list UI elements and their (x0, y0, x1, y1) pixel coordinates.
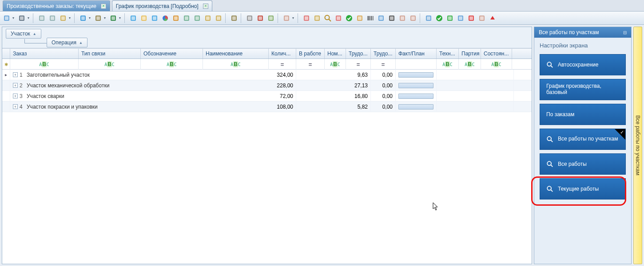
toolbar-hammer-button[interactable] (408, 13, 418, 23)
toolbar-binoc-button[interactable] (387, 13, 397, 23)
toolbar-box-button[interactable] (355, 13, 365, 23)
toolbar-refresh-button[interactable] (78, 13, 88, 23)
filter-cell[interactable]: ABC (141, 59, 203, 70)
toolbar-goto-button[interactable] (150, 13, 159, 23)
toolbar-cal2-button[interactable] (334, 13, 343, 23)
toolbar-book-button[interactable] (214, 13, 223, 23)
toolbar-grid2-button[interactable] (192, 13, 202, 23)
table-row[interactable]: ▸+1Заготовительный участок (2, 70, 532, 80)
table-row[interactable]: +2Участок механической обработки (2, 80, 532, 91)
filter-cell[interactable]: ABC (459, 59, 481, 70)
filter-cell[interactable]: ABC (325, 59, 346, 70)
toolbar-funnel-button[interactable] (245, 13, 254, 23)
toolbar-check-green-button[interactable] (344, 13, 354, 23)
expand-icon[interactable]: + (13, 94, 18, 98)
right-panel: Все работы по участкам ⊟ Настройки экран… (534, 27, 632, 264)
dropdown-arrow-icon[interactable]: ▾ (69, 16, 72, 20)
dropdown-arrow-icon[interactable]: ▾ (119, 16, 123, 20)
col-labor2[interactable]: Трудо... (371, 49, 396, 59)
preset-button-0[interactable]: Автосохранение (540, 54, 626, 75)
expand-icon[interactable]: + (13, 72, 18, 77)
toolbar-tree-button[interactable] (255, 13, 265, 23)
toolbar-list-check-button[interactable] (376, 13, 386, 23)
toolbar-grid3-button[interactable] (456, 13, 465, 23)
filter-cell[interactable]: ABC (437, 59, 459, 70)
dropdown-arrow-icon[interactable]: ▾ (89, 16, 92, 20)
toolbar-clipboard2-button[interactable] (266, 13, 276, 23)
dropdown-arrow-icon[interactable]: ▾ (28, 16, 31, 20)
preset-button-1[interactable]: График производства, базовый (540, 79, 626, 100)
group-box-area[interactable]: Участок ▲ (6, 29, 41, 39)
toolbar-clipboard-button[interactable] (2, 13, 12, 23)
tab-close-icon[interactable]: × (203, 4, 208, 9)
preset-button-5[interactable]: Текущие работы (540, 178, 626, 200)
toolbar-cal1-button[interactable] (302, 13, 311, 23)
dropdown-arrow-icon[interactable]: ▾ (292, 16, 296, 20)
col-inwork[interactable]: В работе (296, 49, 325, 59)
filter-cell[interactable]: = (371, 59, 396, 70)
toolbar-search-button[interactable] (323, 13, 333, 23)
toolbar-sitemap-button[interactable] (424, 13, 433, 23)
toolbar-calc-button[interactable] (203, 13, 213, 23)
filter-cell[interactable]: ABC (203, 59, 269, 70)
toolbar-ok-green-button[interactable] (434, 13, 444, 23)
toolbar-doc-minus2-button[interactable] (48, 13, 57, 23)
tab-close-icon[interactable]: × (101, 4, 106, 9)
col-name[interactable]: Наименование (203, 49, 269, 59)
toolbar-print-button[interactable] (17, 13, 27, 23)
toolbar-grid1-button[interactable] (182, 13, 191, 23)
svg-rect-38 (258, 16, 262, 20)
expand-icon[interactable]: + (13, 83, 18, 88)
tab-schedule[interactable]: График производства [Подробно] × (112, 0, 212, 11)
group-box-operation[interactable]: Операция ▲ (47, 38, 87, 47)
filter-cell[interactable]: ABC (481, 59, 512, 70)
col-labor1[interactable]: Трудо... (346, 49, 371, 59)
toolbar-share-button[interactable] (128, 13, 138, 23)
toolbar-doc-edit-button[interactable] (58, 13, 68, 23)
table-row[interactable]: +4Участок покраски и упаковки (2, 102, 532, 112)
filter-cell[interactable]: = (296, 59, 325, 70)
pin-icon[interactable]: ⊟ (623, 30, 627, 35)
filter-icon[interactable]: ✱ (2, 59, 10, 70)
filter-cell[interactable]: ABC (79, 59, 141, 70)
toolbar-up-red-button[interactable] (488, 13, 497, 23)
preset-button-2[interactable]: По заказам (540, 104, 626, 125)
col-qty[interactable]: Колич... (269, 49, 296, 59)
toolbar-users-button[interactable] (398, 13, 407, 23)
expand-icon[interactable]: + (13, 104, 18, 109)
toolbar-pie-button[interactable] (160, 13, 170, 23)
filter-cell[interactable]: ABC (10, 59, 79, 70)
toolbar-doc-minus-button[interactable] (37, 13, 47, 23)
col-designation[interactable]: Обозначение (141, 49, 203, 59)
col-status[interactable]: Состоян... (481, 49, 512, 59)
toolbar-time-green-button[interactable] (445, 13, 455, 23)
search-icon (546, 136, 553, 143)
toolbar-barcode-button[interactable] (366, 13, 375, 23)
dropdown-arrow-icon[interactable]: ▾ (104, 16, 107, 20)
dropdown-arrow-icon[interactable]: ▾ (12, 16, 16, 20)
col-factplan[interactable]: Факт/План (396, 49, 437, 59)
col-order[interactable]: Заказ (10, 49, 79, 59)
toolbar-note-button[interactable] (139, 13, 149, 23)
toolbar-tool-button[interactable] (229, 13, 239, 23)
toolbar-wrench-button[interactable] (93, 13, 103, 23)
filter-cell[interactable]: = (269, 59, 296, 70)
col-nom[interactable]: Ном... (325, 49, 346, 59)
tab-orders[interactable]: Производственные заказы: текущие × (3, 0, 110, 11)
toolbar-excel-button[interactable] (108, 13, 118, 23)
table-row[interactable]: +3Участок сварки (2, 91, 532, 102)
toolbar-download-button[interactable] (171, 13, 181, 23)
col-tech[interactable]: Техн... (437, 49, 459, 59)
toolbar-magic-button[interactable] (282, 13, 291, 23)
preset-button-3[interactable]: Все работы по участкам (540, 129, 626, 150)
preset-button-4[interactable]: Все работы (540, 153, 626, 175)
grouping-bar[interactable]: Участок ▲ Операция ▲ (2, 27, 532, 48)
toolbar-gear-button[interactable] (477, 13, 487, 23)
filter-cell[interactable]: = (346, 59, 371, 70)
vertical-tab[interactable]: Все работы по участкам (633, 27, 642, 264)
col-link-type[interactable]: Тип связи (79, 49, 141, 59)
filter-cell[interactable] (396, 59, 437, 70)
toolbar-pencil-red-button[interactable] (466, 13, 476, 23)
col-batch[interactable]: Партия (459, 49, 481, 59)
toolbar-clock-button[interactable] (312, 13, 322, 23)
